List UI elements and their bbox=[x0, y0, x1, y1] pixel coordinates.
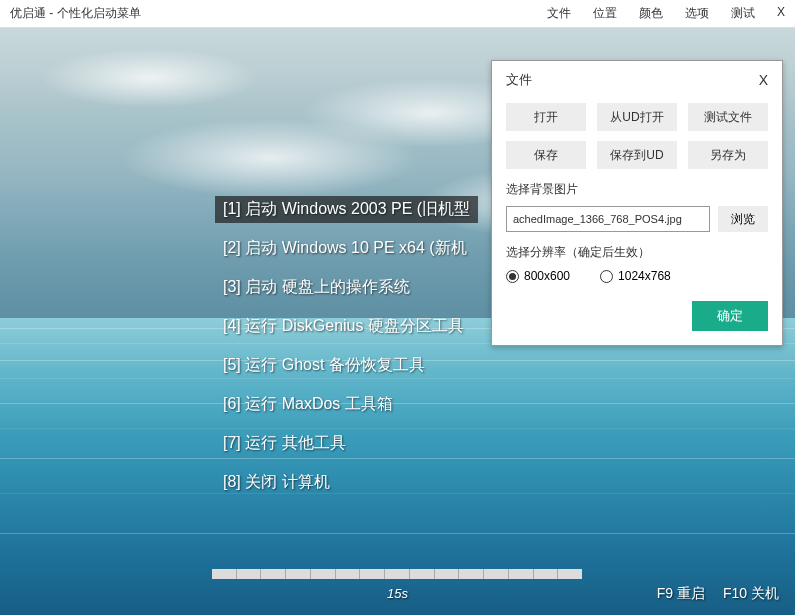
menu-file[interactable]: 文件 bbox=[547, 5, 571, 22]
open-from-ud-button[interactable]: 从UD打开 bbox=[597, 103, 677, 131]
hotkey-f9-restart: F9 重启 bbox=[657, 585, 705, 603]
radio-label: 800x600 bbox=[524, 269, 570, 283]
app-title: 优启通 - 个性化启动菜单 bbox=[10, 5, 547, 22]
bg-image-input[interactable] bbox=[506, 206, 710, 232]
dialog-title: 文件 bbox=[506, 71, 532, 89]
progress-segment bbox=[360, 569, 385, 579]
radio-icon bbox=[506, 270, 519, 283]
bg-image-label: 选择背景图片 bbox=[506, 181, 768, 198]
progress-segment bbox=[237, 569, 262, 579]
save-button[interactable]: 保存 bbox=[506, 141, 586, 169]
menu-test[interactable]: 测试 bbox=[731, 5, 755, 22]
progress-segment bbox=[410, 569, 435, 579]
progress-segment bbox=[212, 569, 237, 579]
browse-button[interactable]: 浏览 bbox=[718, 206, 768, 232]
boot-menu-item[interactable]: [7] 运行 其他工具 bbox=[215, 430, 478, 457]
hotkey-f10-shutdown: F10 关机 bbox=[723, 585, 779, 603]
boot-menu: [1] 启动 Windows 2003 PE (旧机型[2] 启动 Window… bbox=[215, 196, 478, 496]
boot-menu-item[interactable]: [3] 启动 硬盘上的操作系统 bbox=[215, 274, 478, 301]
progress-segment bbox=[484, 569, 509, 579]
resolution-label: 选择分辨率（确定后生效） bbox=[506, 244, 768, 261]
progress-segment bbox=[459, 569, 484, 579]
countdown-progress bbox=[212, 569, 582, 579]
test-file-button[interactable]: 测试文件 bbox=[688, 103, 768, 131]
progress-segment bbox=[311, 569, 336, 579]
save-as-button[interactable]: 另存为 bbox=[688, 141, 768, 169]
boot-menu-item[interactable]: [4] 运行 DiskGenius 硬盘分区工具 bbox=[215, 313, 478, 340]
menubar-items: 文件 位置 颜色 选项 测试 X bbox=[547, 5, 785, 22]
confirm-button[interactable]: 确定 bbox=[692, 301, 768, 331]
menu-color[interactable]: 颜色 bbox=[639, 5, 663, 22]
menubar-close[interactable]: X bbox=[777, 5, 785, 22]
resolution-radio[interactable]: 1024x768 bbox=[600, 269, 671, 283]
dialog-close-button[interactable]: X bbox=[759, 72, 768, 88]
background-preview: [1] 启动 Windows 2003 PE (旧机型[2] 启动 Window… bbox=[0, 28, 795, 615]
menu-options[interactable]: 选项 bbox=[685, 5, 709, 22]
radio-icon bbox=[600, 270, 613, 283]
progress-segment bbox=[261, 569, 286, 579]
save-to-ud-button[interactable]: 保存到UD bbox=[597, 141, 677, 169]
boot-menu-item[interactable]: [1] 启动 Windows 2003 PE (旧机型 bbox=[215, 196, 478, 223]
progress-segment bbox=[385, 569, 410, 579]
file-dialog: 文件 X 打开 从UD打开 测试文件 保存 保存到UD 另存为 选择背景图片 浏… bbox=[491, 60, 783, 346]
progress-segment bbox=[534, 569, 559, 579]
countdown-text: 15s bbox=[387, 586, 408, 601]
boot-menu-item[interactable]: [2] 启动 Windows 10 PE x64 (新机 bbox=[215, 235, 478, 262]
resolution-radio[interactable]: 800x600 bbox=[506, 269, 570, 283]
footer-keys: F9 重启 F10 关机 bbox=[657, 585, 779, 603]
progress-segment bbox=[435, 569, 460, 579]
boot-menu-item[interactable]: [8] 关闭 计算机 bbox=[215, 469, 478, 496]
menubar: 优启通 - 个性化启动菜单 文件 位置 颜色 选项 测试 X bbox=[0, 0, 795, 28]
boot-menu-item[interactable]: [5] 运行 Ghost 备份恢复工具 bbox=[215, 352, 478, 379]
radio-label: 1024x768 bbox=[618, 269, 671, 283]
progress-segment bbox=[286, 569, 311, 579]
menu-position[interactable]: 位置 bbox=[593, 5, 617, 22]
dialog-titlebar: 文件 X bbox=[492, 61, 782, 97]
progress-segment bbox=[558, 569, 582, 579]
progress-segment bbox=[509, 569, 534, 579]
progress-segment bbox=[336, 569, 361, 579]
open-button[interactable]: 打开 bbox=[506, 103, 586, 131]
boot-menu-item[interactable]: [6] 运行 MaxDos 工具箱 bbox=[215, 391, 478, 418]
resolution-options: 800x6001024x768 bbox=[506, 269, 768, 283]
